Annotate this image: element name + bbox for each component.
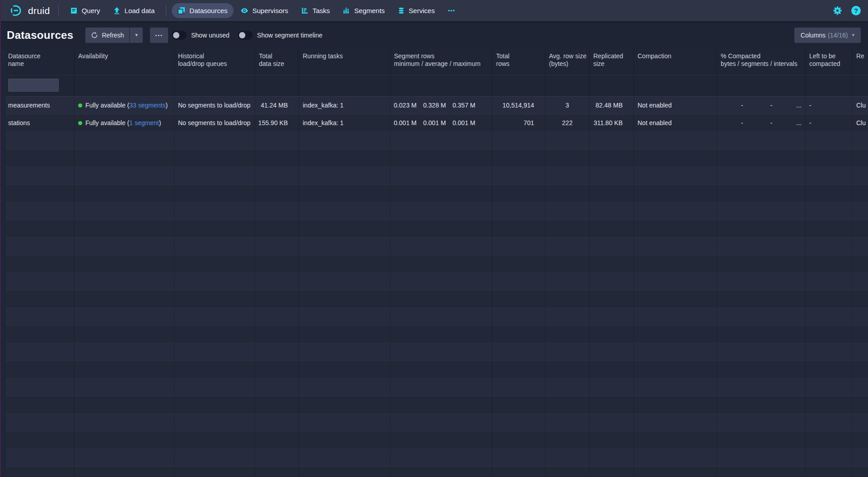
cell-total-data-size[interactable]: 155.90 KB	[255, 114, 299, 132]
cell-availability	[75, 273, 174, 290]
more-actions-button[interactable]: •••	[150, 28, 168, 43]
cell-compaction	[634, 220, 717, 238]
cell-segment-rows	[390, 431, 493, 449]
cell-percent-compacted	[717, 343, 806, 361]
cell-total-rows	[493, 238, 545, 255]
cell-avg-row-size[interactable]: 222	[545, 114, 590, 132]
nav-item-label: Tasks	[313, 7, 330, 14]
cell-datasource-name[interactable]: measurements	[6, 97, 75, 114]
cell-percent-compacted	[717, 202, 806, 220]
column-header-historical-queues[interactable]: Historicalload/drop queues	[174, 49, 255, 75]
segments-link[interactable]: 1 segment	[129, 119, 159, 126]
datasource-name-filter-input[interactable]	[8, 79, 59, 92]
cell-total-rows[interactable]: 701	[493, 114, 545, 132]
availability-status-dot	[78, 103, 82, 108]
nav-item-more[interactable]	[441, 3, 461, 18]
cell-retention[interactable]: Clu	[853, 114, 868, 132]
cell-datasource-name	[6, 414, 75, 431]
cell-datasource-name	[6, 150, 75, 167]
cell-running-tasks	[299, 449, 390, 467]
column-header-compaction[interactable]: Compaction	[634, 49, 717, 75]
nav-item-segments[interactable]: Segments	[337, 3, 391, 18]
cell-availability[interactable]: Fully available (1 segment)	[75, 114, 174, 132]
cell-availability	[75, 220, 174, 238]
column-header-datasource-name[interactable]: Datasourcename	[6, 49, 75, 75]
cell-percent-compacted[interactable]: --...	[717, 97, 806, 114]
cell-percent-compacted	[717, 431, 806, 449]
columns-dropdown[interactable]: Columns (14/16) ▾	[794, 28, 861, 43]
cell-segment-rows[interactable]: 0.001 M0.001 M0.001 M	[390, 114, 493, 132]
cell-total-rows	[493, 414, 545, 431]
cell-segment-rows[interactable]: 0.023 M0.328 M0.357 M	[390, 97, 493, 114]
cell-avg-row-size[interactable]: 3	[545, 97, 590, 114]
nav-item-supervisors[interactable]: Supervisors	[235, 3, 294, 18]
segments-link[interactable]: 33 segments	[129, 102, 165, 109]
nav-item-tasks[interactable]: Tasks	[295, 3, 336, 18]
cell-running-tasks[interactable]: index_kafka: 1	[299, 114, 390, 132]
cell-total-rows	[493, 150, 545, 167]
cell-historical-queues[interactable]: No segments to load/drop	[174, 114, 255, 132]
cell-running-tasks	[299, 255, 390, 273]
cell-avg-row-size	[545, 326, 590, 343]
columns-label: Columns	[801, 32, 826, 39]
cell-historical-queues[interactable]: No segments to load/drop	[174, 97, 255, 114]
nav-item-datasources[interactable]: Datasources	[172, 3, 233, 18]
cell-replicated-size[interactable]: 311.80 KB	[590, 114, 634, 132]
cell-compaction[interactable]: Not enabled	[634, 97, 717, 114]
cell-total-data-size	[255, 132, 299, 150]
nav-item-query[interactable]: Query	[64, 3, 106, 18]
table-row[interactable]: stationsFully available (1 segment)No se…	[6, 114, 868, 132]
tasks-icon	[301, 7, 309, 14]
refresh-interval-dropdown[interactable]: ▾	[130, 28, 143, 43]
empty-row	[6, 132, 868, 150]
cell-replicated-size[interactable]: 82.48 MB	[590, 97, 634, 114]
cell-left-to-be-compacted[interactable]: -	[806, 97, 853, 114]
empty-row	[6, 379, 868, 396]
show-segment-timeline-toggle[interactable]	[238, 31, 253, 40]
cell-left-to-be-compacted[interactable]: -	[806, 114, 853, 132]
cell-compaction	[634, 308, 717, 326]
column-header-total-data-size[interactable]: Totaldata size	[255, 49, 299, 75]
cell-compaction	[634, 449, 717, 467]
cell-retention	[853, 396, 868, 414]
column-header-availability[interactable]: Availability	[75, 49, 174, 75]
cell-running-tasks	[299, 290, 390, 308]
gear-icon[interactable]	[833, 6, 842, 15]
nav-item-services[interactable]: Services	[392, 3, 441, 18]
cell-avg-row-size	[545, 290, 590, 308]
cell-total-data-size[interactable]: 41.24 MB	[255, 97, 299, 114]
help-icon[interactable]: ?	[851, 6, 861, 15]
cell-retention	[853, 414, 868, 431]
cell-availability	[75, 467, 174, 477]
column-header-avg-row-size[interactable]: Avg. row size(bytes)	[545, 49, 590, 75]
cell-left-to-be-compacted	[806, 343, 853, 361]
nav-item-load-data[interactable]: Load data	[107, 3, 161, 18]
cell-total-rows[interactable]: 10,514,914	[493, 97, 545, 114]
cell-datasource-name[interactable]: stations	[6, 114, 75, 132]
column-header-retention[interactable]: Re	[853, 49, 868, 75]
column-header-running-tasks[interactable]: Running tasks	[299, 49, 390, 75]
column-header-replicated-size[interactable]: Replicatedsize	[590, 49, 634, 75]
cell-availability[interactable]: Fully available (33 segments)	[75, 97, 174, 114]
cell-segment-rows	[390, 290, 493, 308]
datasources-icon	[178, 7, 185, 14]
column-header-segment-rows[interactable]: Segment rowsminimum / average / maximum	[390, 49, 493, 75]
cell-left-to-be-compacted	[806, 167, 853, 185]
cell-compaction	[634, 396, 717, 414]
column-header-left-to-be-compacted[interactable]: Left to becompacted	[806, 49, 853, 75]
table-row[interactable]: measurementsFully available (33 segments…	[6, 97, 868, 114]
show-unused-toggle[interactable]	[172, 31, 187, 40]
brand[interactable]: druid	[10, 5, 50, 17]
column-header-percent-compacted[interactable]: % Compactedbytes / segments / intervals	[717, 49, 806, 75]
cell-running-tasks[interactable]: index_kafka: 1	[299, 97, 390, 114]
cell-datasource-name	[6, 132, 75, 150]
chevron-down-icon: ▾	[135, 32, 138, 38]
nav-divider	[58, 5, 59, 16]
cell-percent-compacted[interactable]: --...	[717, 114, 806, 132]
cell-retention[interactable]: Clu	[853, 97, 868, 114]
column-header-total-rows[interactable]: Totalrows	[493, 49, 545, 75]
cell-historical-queues	[174, 167, 255, 185]
cell-historical-queues	[174, 308, 255, 326]
refresh-button[interactable]: Refresh	[85, 28, 129, 43]
cell-compaction[interactable]: Not enabled	[634, 114, 717, 132]
